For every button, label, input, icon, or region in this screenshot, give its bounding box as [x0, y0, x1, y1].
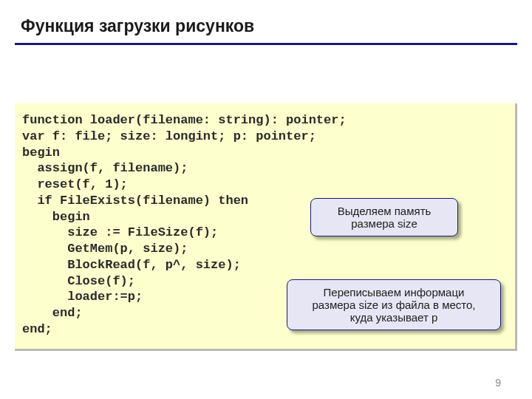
callout-allocate-memory: Выделяем память размера size [310, 198, 458, 236]
slide-title: Функция загрузки рисунков [21, 16, 254, 36]
callout-line: Выделяем память [338, 205, 432, 217]
title-underline [15, 43, 517, 45]
callout-line: куда указывает p [350, 311, 438, 324]
callout-line: Переписываем информаци [324, 286, 465, 299]
page-number: 9 [495, 377, 501, 389]
callout-line: размера size [351, 217, 417, 230]
callout-copy-data: Переписываем информаци размера size из ф… [287, 279, 501, 330]
callout-line: размера size из файла в место, [313, 299, 476, 311]
